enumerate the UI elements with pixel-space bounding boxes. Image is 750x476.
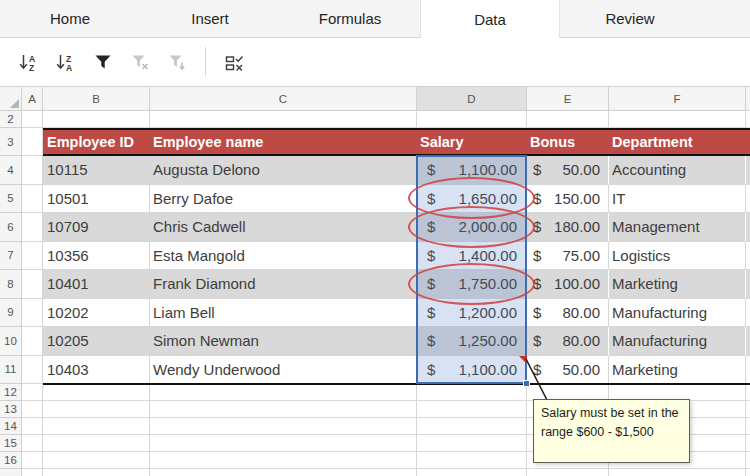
employee-id-cell[interactable]: 10115 bbox=[43, 156, 150, 185]
employee-id-cell[interactable]: 10403 bbox=[43, 356, 150, 385]
empty-cell[interactable] bbox=[150, 401, 417, 418]
employee-id-cell[interactable]: 10709 bbox=[43, 213, 150, 242]
empty-cell[interactable] bbox=[417, 401, 527, 418]
employee-name-cell[interactable]: Chris Cadwell bbox=[150, 213, 417, 242]
empty-cell[interactable] bbox=[150, 384, 417, 401]
department-cell[interactable]: Logistics bbox=[609, 242, 746, 271]
row-header[interactable]: 2 bbox=[0, 111, 22, 128]
row-header[interactable]: 7 bbox=[0, 242, 22, 271]
tab-home[interactable]: Home bbox=[0, 0, 140, 37]
empty-cell[interactable] bbox=[417, 435, 527, 452]
empty-cell[interactable] bbox=[746, 213, 750, 242]
tab-review[interactable]: Review bbox=[560, 0, 700, 37]
column-header-a[interactable]: A bbox=[22, 87, 43, 111]
filter-button[interactable] bbox=[84, 44, 121, 80]
department-cell[interactable]: Marketing bbox=[609, 356, 746, 385]
empty-cell[interactable] bbox=[746, 435, 750, 452]
empty-cell[interactable] bbox=[746, 111, 750, 128]
empty-cell[interactable] bbox=[22, 270, 43, 299]
row-header[interactable]: 5 bbox=[0, 185, 22, 214]
tab-data[interactable]: Data bbox=[420, 0, 560, 38]
empty-cell[interactable] bbox=[22, 356, 43, 385]
empty-cell[interactable] bbox=[22, 401, 43, 418]
fill-handle[interactable] bbox=[523, 380, 530, 387]
employee-id-cell[interactable]: 10205 bbox=[43, 327, 150, 356]
sort-descending-button[interactable]: Z A bbox=[47, 44, 84, 80]
employee-id-cell[interactable]: 10501 bbox=[43, 185, 150, 214]
empty-cell[interactable] bbox=[746, 401, 750, 418]
row-header[interactable]: 12 bbox=[0, 384, 22, 401]
empty-cell[interactable] bbox=[22, 435, 43, 452]
empty-cell[interactable] bbox=[22, 384, 43, 401]
employee-id-cell[interactable]: 10356 bbox=[43, 242, 150, 271]
row-header[interactable]: 9 bbox=[0, 299, 22, 328]
empty-cell[interactable] bbox=[150, 452, 417, 469]
row-header[interactable]: 15 bbox=[0, 435, 22, 452]
empty-cell[interactable] bbox=[746, 185, 750, 214]
empty-cell[interactable] bbox=[22, 128, 43, 156]
empty-cell[interactable] bbox=[609, 111, 746, 128]
row-header[interactable]: 16 bbox=[0, 452, 22, 469]
empty-cell[interactable] bbox=[43, 469, 150, 476]
empty-cell[interactable] bbox=[22, 111, 43, 128]
empty-cell[interactable] bbox=[22, 452, 43, 469]
header-employee-name[interactable]: Employee name bbox=[153, 130, 263, 154]
header-department[interactable]: Department bbox=[612, 130, 693, 154]
column-header-b[interactable]: B bbox=[43, 87, 150, 111]
row-header[interactable]: 11 bbox=[0, 356, 22, 385]
header-employee-id[interactable]: Employee ID bbox=[47, 130, 134, 154]
department-cell[interactable]: Accounting bbox=[609, 156, 746, 185]
bonus-cell[interactable]: $50.00 bbox=[527, 156, 609, 185]
empty-cell[interactable] bbox=[746, 156, 750, 185]
empty-cell[interactable] bbox=[150, 111, 417, 128]
empty-cell[interactable] bbox=[746, 270, 750, 299]
empty-cell[interactable] bbox=[150, 469, 417, 476]
empty-cell[interactable] bbox=[527, 469, 609, 476]
empty-cell[interactable] bbox=[527, 111, 609, 128]
tab-insert[interactable]: Insert bbox=[140, 0, 280, 37]
empty-cell[interactable] bbox=[43, 401, 150, 418]
empty-cell[interactable] bbox=[746, 242, 750, 271]
empty-cell[interactable] bbox=[150, 435, 417, 452]
empty-cell[interactable] bbox=[417, 384, 527, 401]
empty-cell[interactable] bbox=[43, 452, 150, 469]
department-cell[interactable]: Marketing bbox=[609, 270, 746, 299]
bonus-cell[interactable]: $180.00 bbox=[527, 213, 609, 242]
empty-cell[interactable] bbox=[746, 356, 750, 385]
empty-cell[interactable] bbox=[22, 299, 43, 328]
tab-formulas[interactable]: Formulas bbox=[280, 0, 420, 37]
empty-cell[interactable] bbox=[22, 418, 43, 435]
select-all-corner[interactable] bbox=[0, 87, 22, 111]
sort-ascending-button[interactable]: A Z bbox=[10, 44, 47, 80]
column-header-e[interactable]: E bbox=[527, 87, 609, 111]
empty-cell[interactable] bbox=[746, 469, 750, 476]
reapply-filter-button[interactable] bbox=[158, 44, 195, 80]
empty-cell[interactable] bbox=[746, 384, 750, 401]
header-bonus[interactable]: Bonus bbox=[530, 130, 575, 154]
bonus-cell[interactable]: $100.00 bbox=[527, 270, 609, 299]
empty-cell[interactable] bbox=[22, 156, 43, 185]
header-salary[interactable]: Salary bbox=[420, 130, 464, 154]
employee-id-cell[interactable]: 10401 bbox=[43, 270, 150, 299]
empty-cell[interactable] bbox=[43, 418, 150, 435]
empty-cell[interactable] bbox=[22, 213, 43, 242]
empty-cell[interactable] bbox=[746, 418, 750, 435]
empty-cell[interactable] bbox=[43, 435, 150, 452]
row-header[interactable] bbox=[0, 469, 22, 476]
department-cell[interactable]: Management bbox=[609, 213, 746, 242]
row-header[interactable]: 14 bbox=[0, 418, 22, 435]
row-header[interactable]: 4 bbox=[0, 156, 22, 185]
row-header[interactable]: 8 bbox=[0, 270, 22, 299]
employee-id-cell[interactable]: 10202 bbox=[43, 299, 150, 328]
empty-cell[interactable] bbox=[22, 469, 43, 476]
employee-name-cell[interactable]: Augusta Delono bbox=[150, 156, 417, 185]
employee-name-cell[interactable]: Frank Diamond bbox=[150, 270, 417, 299]
department-cell[interactable]: Manufacturing bbox=[609, 327, 746, 356]
row-header[interactable]: 10 bbox=[0, 327, 22, 356]
empty-cell[interactable] bbox=[746, 327, 750, 356]
empty-cell[interactable] bbox=[22, 185, 43, 214]
bonus-cell[interactable]: $80.00 bbox=[527, 299, 609, 328]
empty-cell[interactable] bbox=[43, 384, 150, 401]
empty-cell[interactable] bbox=[609, 469, 746, 476]
employee-name-cell[interactable]: Berry Dafoe bbox=[150, 185, 417, 214]
